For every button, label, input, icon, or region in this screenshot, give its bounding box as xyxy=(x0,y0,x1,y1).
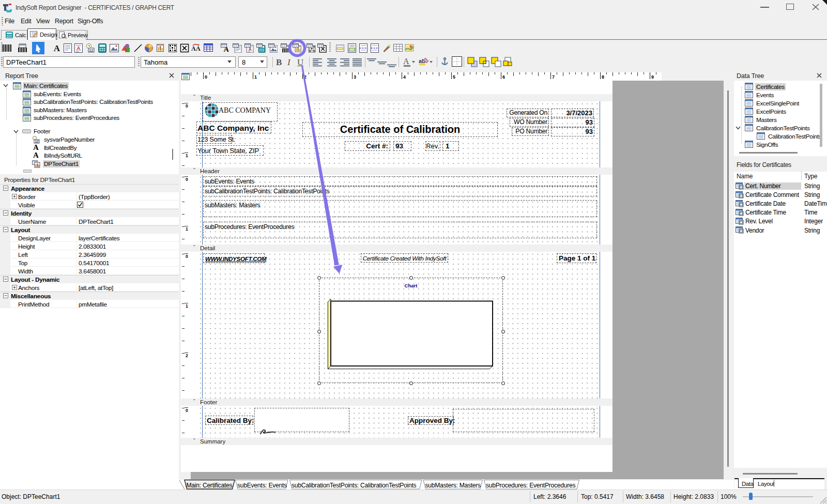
svg-text:A: A xyxy=(54,43,60,53)
svg-text:12: 12 xyxy=(89,48,93,53)
svg-text:A: A xyxy=(77,45,81,51)
svg-text:A: A xyxy=(196,45,201,52)
svg-text:A: A xyxy=(191,45,196,52)
